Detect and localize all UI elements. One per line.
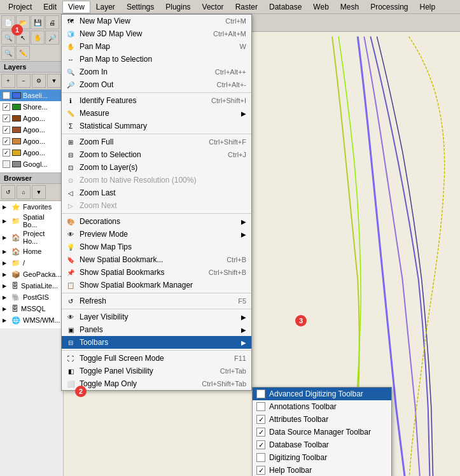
remove-layer-btn[interactable]: − [17, 74, 31, 88]
layer-settings-btn[interactable]: ⚙ [32, 74, 46, 88]
toolbar-item-advanced-digitizing[interactable]: ✓ Advanced Digitizing Toolbar [253, 388, 391, 400]
menu-web[interactable]: Web [307, 1, 334, 13]
browser-item-mssql[interactable]: ▶ 🗄 MSSQL [0, 303, 63, 314]
layer-checkbox[interactable] [3, 160, 10, 168]
menu-help[interactable]: Help [414, 1, 442, 13]
menu-zoom-full[interactable]: ⊞ Zoom Full Ctrl+Shift+F [62, 136, 251, 148]
browser-item-postgis[interactable]: ▶ 🐘 PostGIS [0, 291, 63, 303]
menu-vector[interactable]: Vector [197, 1, 230, 13]
menu-toggle-panels[interactable]: ◧ Toggle Panel Visibility Ctrl+Tab [62, 365, 251, 377]
menu-measure[interactable]: 📏 Measure ▶ [62, 107, 251, 120]
layer-checkbox[interactable]: ✓ [3, 137, 10, 145]
menu-processing[interactable]: Processing [365, 1, 414, 13]
print-btn[interactable]: 🖨 [45, 15, 59, 29]
browser-collapse-btn[interactable]: ⌂ [17, 185, 31, 199]
menu-statistical[interactable]: Σ Statistical Summary [62, 120, 251, 132]
layer-item[interactable]: ✓ Agoo... [0, 147, 63, 158]
toolbar-item-database[interactable]: ✓ Database Toolbar [253, 438, 391, 451]
zoom-full-icon: ⊞ [66, 137, 76, 147]
browser-item-home[interactable]: ▶ 🏠 Home [0, 246, 63, 257]
toolbar-item-annotations[interactable]: Annotations Toolbar [253, 400, 391, 413]
toolbar-item-digitizing[interactable]: Digitizing Toolbar [253, 451, 391, 464]
browser-item-spatial[interactable]: ▶ 📁 Spatial Bo... [0, 213, 63, 229]
menu-show-bookmarks[interactable]: 📌 Show Spatial Bookmarks Ctrl+Shift+B [62, 266, 251, 279]
zoom-last-icon: ◁ [66, 188, 76, 198]
pan-btn[interactable]: ✋ [31, 31, 45, 45]
browser-item-wms[interactable]: ▶ 🌐 WMS/WM... [0, 314, 63, 326]
shortcut: F11 [221, 354, 246, 362]
layer-item[interactable]: ✓ Baseli... [0, 90, 63, 101]
toolbar-checkbox[interactable] [256, 402, 265, 411]
shortcut: Ctrl+Shift+I [199, 97, 246, 104]
browser-item-favorites[interactable]: ▶ ⭐ Favorites [0, 201, 63, 213]
edit-btn[interactable]: ✏️ [16, 46, 30, 60]
menu-preview-mode[interactable]: 👁 Preview Mode ▶ [62, 228, 251, 241]
toolbar-checkbox[interactable]: ✓ [256, 466, 265, 475]
layer-item[interactable]: Googl... [0, 158, 63, 170]
menu-zoom-layer[interactable]: ⊡ Zoom to Layer(s) [62, 161, 251, 174]
menu-identify[interactable]: ℹ Identify Features Ctrl+Shift+I [62, 94, 251, 107]
menu-layer-visibility[interactable]: 👁 Layer Visibility ▶ [62, 311, 251, 323]
menu-zoom-last[interactable]: ◁ Zoom Last [62, 186, 251, 199]
menu-layer[interactable]: Layer [90, 1, 121, 13]
menu-edit[interactable]: Edit [38, 1, 62, 13]
menu-mesh[interactable]: Mesh [335, 1, 365, 13]
menu-new-bookmark[interactable]: 🔖 New Spatial Bookmark... Ctrl+B [62, 253, 251, 266]
browser-item-geopackage[interactable]: ▶ 📦 GeoPacka... [0, 269, 63, 280]
menu-database[interactable]: Database [263, 1, 307, 13]
add-layer-btn[interactable]: + [1, 74, 15, 88]
toolbar-item-attributes[interactable]: ✓ Attributes Toolbar [253, 413, 391, 426]
menu-zoom-in[interactable]: 🔍 Zoom In Ctrl+Alt++ [62, 66, 251, 78]
browser-item-root[interactable]: ▶ 📁 / [0, 257, 63, 269]
browser-item-project[interactable]: ▶ 🏠 Project Ho... [0, 229, 63, 246]
menu-pan-to-selection[interactable]: ↔ Pan Map to Selection [62, 53, 251, 66]
zoom-btn[interactable]: 🔎 [45, 31, 59, 45]
menu-map-tips[interactable]: 💡 Show Map Tips [62, 241, 251, 253]
menu-plugins[interactable]: Plugins [160, 1, 196, 13]
layer-checkbox[interactable]: ✓ [3, 126, 10, 134]
browser-item-label: Home [23, 248, 41, 255]
layer-item[interactable]: ✓ Agoo... [0, 124, 63, 136]
toolbar-checkbox[interactable]: ✓ [256, 389, 265, 398]
browser-filter-btn[interactable]: ▼ [32, 185, 46, 199]
toolbar-checkbox[interactable]: ✓ [256, 440, 265, 449]
menu-new-3d-view[interactable]: 🧊 New 3D Map View Ctrl+Alt+M [62, 27, 251, 40]
search-btn[interactable]: 🔍 [1, 46, 15, 60]
menu-raster[interactable]: Raster [230, 1, 263, 13]
menu-new-map-view[interactable]: 🗺 New Map View Ctrl+M [62, 15, 251, 27]
menu-settings[interactable]: Settings [121, 1, 160, 13]
menu-view[interactable]: View [62, 1, 90, 13]
layer-item[interactable]: ✓ Agoo... [0, 136, 63, 147]
menu-pan-map[interactable]: ✋ Pan Map W [62, 40, 251, 53]
menu-project[interactable]: Project [3, 1, 38, 13]
menu-refresh[interactable]: ↺ Refresh F5 [62, 295, 251, 307]
layer-checkbox[interactable]: ✓ [3, 149, 10, 157]
browser-item-vec[interactable]: ▼ 📁 Vec... [0, 326, 63, 328]
browser-refresh-btn[interactable]: ↺ [1, 185, 15, 199]
layer-name: Agoo... [23, 126, 45, 134]
toolbar-item-help[interactable]: ✓ Help Toolbar [253, 464, 391, 476]
layer-vis-icon: 👁 [66, 312, 76, 322]
menu-zoom-out[interactable]: 🔎 Zoom Out Ctrl+Alt+- [62, 78, 251, 91]
toolbar-checkbox[interactable] [256, 453, 265, 462]
layer-checkbox[interactable]: ✓ [3, 103, 10, 111]
browser-item-spatialite[interactable]: ▶ 🗄 SpatiaLite... [0, 280, 63, 291]
menu-toolbars[interactable]: ⊟ Toolbars ▶ [62, 336, 251, 349]
save-btn[interactable]: 💾 [31, 15, 45, 29]
layer-checkbox[interactable]: ✓ [3, 115, 10, 122]
menu-panels[interactable]: ▣ Panels ▶ [62, 323, 251, 336]
browser-item-label: PostGIS [23, 293, 49, 301]
filter-btn[interactable]: ▼ [47, 74, 61, 88]
toolbar-checkbox[interactable]: ✓ [256, 428, 265, 437]
menu-bookmark-manager[interactable]: 📋 Show Spatial Bookmark Manager [62, 279, 251, 291]
layer-item[interactable]: ✓ Shore... [0, 101, 63, 113]
zoom-next-icon: ▷ [66, 200, 76, 211]
menu-map-only[interactable]: ⬜ Toggle Map Only Ctrl+Shift+Tab [62, 377, 251, 390]
layer-item[interactable]: ✓ Agoo... [0, 113, 63, 124]
menu-decorations[interactable]: 🎨 Decorations ▶ [62, 215, 251, 228]
layer-checkbox[interactable]: ✓ [3, 92, 10, 99]
toolbar-checkbox[interactable]: ✓ [256, 415, 265, 424]
menu-zoom-selection[interactable]: ⊟ Zoom to Selection Ctrl+J [62, 148, 251, 161]
menu-fullscreen[interactable]: ⛶ Toggle Full Screen Mode F11 [62, 352, 251, 365]
toolbar-item-datasource[interactable]: ✓ Data Source Manager Toolbar [253, 426, 391, 438]
